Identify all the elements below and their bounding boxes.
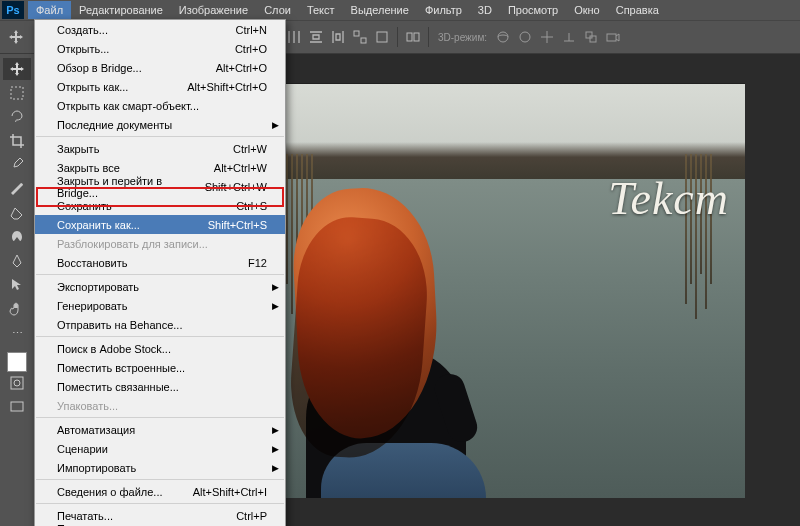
menubar: Ps ФайлРедактированиеИзображениеСлоиТекс… bbox=[0, 0, 800, 20]
menuitem[interactable]: Последние документы▶ bbox=[35, 115, 285, 134]
gradient-tool[interactable] bbox=[3, 226, 31, 248]
menuitem[interactable]: Поместить встроенные... bbox=[35, 358, 285, 377]
menu-справка[interactable]: Справка bbox=[608, 1, 667, 19]
menu-редактирование[interactable]: Редактирование bbox=[71, 1, 171, 19]
menu-окно[interactable]: Окно bbox=[566, 1, 608, 19]
svg-rect-13 bbox=[11, 377, 23, 389]
menuitem[interactable]: Экспортировать▶ bbox=[35, 277, 285, 296]
distribute-4-icon[interactable] bbox=[328, 27, 348, 47]
app-logo: Ps bbox=[2, 1, 24, 19]
svg-rect-9 bbox=[586, 32, 592, 38]
quickmask-tool[interactable] bbox=[3, 372, 31, 394]
svg-rect-6 bbox=[414, 33, 419, 41]
menuitem[interactable]: ЗакрытьCtrl+W bbox=[35, 139, 285, 158]
svg-rect-2 bbox=[354, 31, 359, 36]
svg-point-14 bbox=[14, 380, 20, 386]
menuitem[interactable]: Импортировать▶ bbox=[35, 458, 285, 477]
svg-point-7 bbox=[498, 32, 508, 42]
menuitem[interactable]: Поиск в Adobe Stock... bbox=[35, 339, 285, 358]
file-menu-dropdown: Создать...Ctrl+NОткрыть...Ctrl+OОбзор в … bbox=[34, 19, 286, 526]
eyedropper-tool[interactable] bbox=[3, 154, 31, 176]
right-panel bbox=[745, 54, 800, 526]
canvas[interactable]: Tekcm bbox=[286, 84, 745, 498]
auto-align-icon[interactable] bbox=[403, 27, 423, 47]
menuitem[interactable]: Закрыть и перейти в Bridge...Shift+Ctrl+… bbox=[35, 177, 285, 196]
canvas-text: Tekcm bbox=[608, 172, 729, 225]
menu-просмотр[interactable]: Просмотр bbox=[500, 1, 566, 19]
3d-roll-icon[interactable] bbox=[515, 27, 535, 47]
image-subject bbox=[286, 178, 476, 498]
svg-rect-4 bbox=[377, 32, 387, 42]
menuitem[interactable]: Отправить на Behance... bbox=[35, 315, 285, 334]
menuitem[interactable]: Открыть как смарт-объект... bbox=[35, 96, 285, 115]
3d-scale-icon[interactable] bbox=[581, 27, 601, 47]
toolbar: ⋯ bbox=[0, 54, 34, 420]
crop-tool[interactable] bbox=[3, 130, 31, 152]
brush-tool[interactable] bbox=[3, 178, 31, 200]
marquee-tool[interactable] bbox=[3, 82, 31, 104]
menuitem[interactable]: Открыть как...Alt+Shift+Ctrl+O bbox=[35, 77, 285, 96]
svg-rect-15 bbox=[11, 402, 23, 411]
svg-rect-10 bbox=[590, 36, 596, 42]
mode3d-label: 3D-режим: bbox=[438, 32, 487, 43]
hand-tool[interactable] bbox=[3, 298, 31, 320]
menuitem[interactable]: Обзор в Bridge...Alt+Ctrl+O bbox=[35, 58, 285, 77]
lasso-tool[interactable] bbox=[3, 106, 31, 128]
menuitem[interactable]: ВосстановитьF12 bbox=[35, 253, 285, 272]
menuitem: Упаковать... bbox=[35, 396, 285, 415]
svg-point-8 bbox=[520, 32, 530, 42]
menuitem: Разблокировать для записи... bbox=[35, 234, 285, 253]
screenmode-tool[interactable] bbox=[3, 396, 31, 418]
3d-rotate-icon[interactable] bbox=[493, 27, 513, 47]
menuitem[interactable]: Сведения о файле...Alt+Shift+Ctrl+I bbox=[35, 482, 285, 501]
svg-rect-12 bbox=[11, 87, 23, 99]
svg-rect-3 bbox=[361, 38, 366, 43]
svg-rect-11 bbox=[607, 34, 616, 41]
menu-фильтр[interactable]: Фильтр bbox=[417, 1, 470, 19]
menuitem[interactable]: Открыть...Ctrl+O bbox=[35, 39, 285, 58]
distribute-2-icon[interactable] bbox=[284, 27, 304, 47]
menu-изображение[interactable]: Изображение bbox=[171, 1, 256, 19]
menuitem[interactable]: Сохранить как...Shift+Ctrl+S bbox=[35, 215, 285, 234]
menuitem[interactable]: Поместить связанные... bbox=[35, 377, 285, 396]
menu-3d[interactable]: 3D bbox=[470, 1, 500, 19]
menuitem[interactable]: Генерировать▶ bbox=[35, 296, 285, 315]
3d-slide-icon[interactable] bbox=[559, 27, 579, 47]
menuitem[interactable]: Сценарии▶ bbox=[35, 439, 285, 458]
svg-rect-5 bbox=[407, 33, 412, 41]
3d-pan-icon[interactable] bbox=[537, 27, 557, 47]
move-tool[interactable] bbox=[3, 58, 31, 80]
menuitem[interactable]: СохранитьCtrl+S bbox=[35, 196, 285, 215]
menuitem[interactable]: Автоматизация▶ bbox=[35, 420, 285, 439]
distribute-3-icon[interactable] bbox=[306, 27, 326, 47]
move-tool-icon bbox=[6, 27, 26, 47]
pen-tool[interactable] bbox=[3, 250, 31, 272]
distribute-5-icon[interactable] bbox=[350, 27, 370, 47]
menu-файл[interactable]: Файл bbox=[28, 1, 71, 19]
menuitem[interactable]: Создать...Ctrl+N bbox=[35, 20, 285, 39]
more-tools[interactable]: ⋯ bbox=[3, 322, 31, 344]
distribute-6-icon[interactable] bbox=[372, 27, 392, 47]
menu-текст[interactable]: Текст bbox=[299, 1, 343, 19]
menu-выделение[interactable]: Выделение bbox=[343, 1, 417, 19]
foreground-swatch[interactable] bbox=[7, 352, 27, 372]
3d-camera-icon[interactable] bbox=[603, 27, 623, 47]
menu-слои[interactable]: Слои bbox=[256, 1, 299, 19]
eraser-tool[interactable] bbox=[3, 202, 31, 224]
path-select-tool[interactable] bbox=[3, 274, 31, 296]
